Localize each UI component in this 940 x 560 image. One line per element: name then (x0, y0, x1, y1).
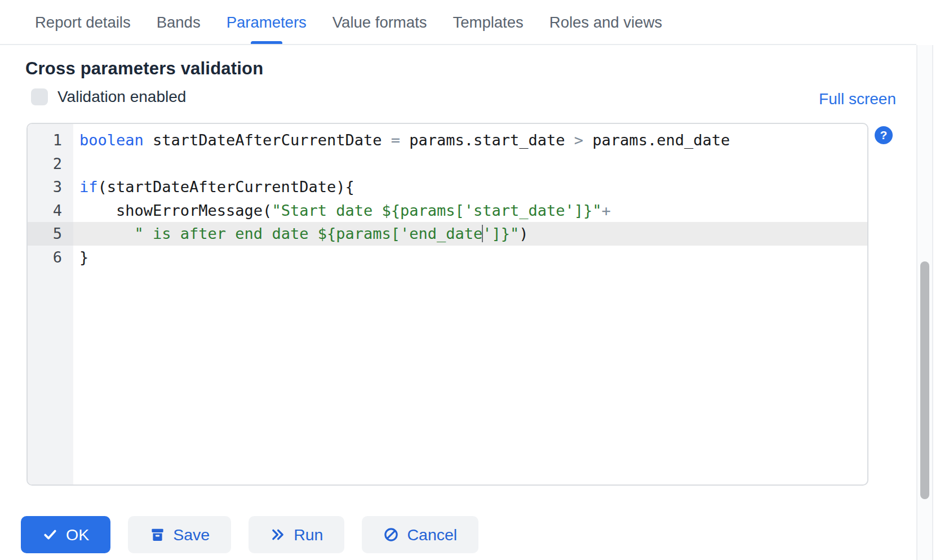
help-icon[interactable]: ? (875, 126, 893, 144)
code-text: if(startDateAfterCurrentDate){ (73, 175, 867, 199)
cancel-icon (383, 527, 399, 543)
button-label: Run (294, 526, 323, 544)
action-button-row: OKSaveRunCancel (21, 516, 478, 553)
validation-enabled-label: Validation enabled (57, 88, 186, 106)
code-text: } (73, 246, 867, 269)
tab-bar: Report detailsBandsParametersValue forma… (0, 0, 662, 45)
check-icon (42, 527, 58, 543)
validation-enabled-checkbox[interactable] (31, 88, 48, 105)
full-screen-link[interactable]: Full screen (819, 90, 896, 108)
tab-bar-divider (0, 44, 916, 45)
line-number: 3 (28, 175, 73, 199)
code-editor[interactable]: 1boolean startDateAfterCurrentDate = par… (26, 123, 868, 486)
cancel-button[interactable]: Cancel (362, 516, 478, 553)
tab-bands[interactable]: Bands (157, 0, 201, 45)
ok-button[interactable]: OK (21, 516, 110, 553)
scrollbar-thumb[interactable] (920, 261, 929, 499)
save-button[interactable]: Save (128, 516, 231, 553)
code-line-2[interactable]: 2 (28, 152, 867, 176)
code-text: boolean startDateAfterCurrentDate = para… (73, 128, 867, 152)
section-title: Cross parameters validation (25, 59, 263, 79)
line-number: 1 (28, 128, 73, 152)
code-text: showErrorMessage("Start date ${params['s… (73, 199, 867, 223)
line-number: 4 (28, 199, 73, 223)
run-button[interactable]: Run (249, 516, 344, 553)
code-text (73, 152, 867, 176)
run-icon (270, 527, 286, 543)
line-number: 2 (28, 152, 73, 176)
tab-parameters[interactable]: Parameters (227, 0, 307, 45)
code-line-4[interactable]: 4 showErrorMessage("Start date ${params[… (28, 199, 867, 223)
button-label: OK (66, 526, 89, 544)
line-number: 5 (28, 222, 73, 246)
tab-value-formats[interactable]: Value formats (332, 0, 427, 45)
tab-templates[interactable]: Templates (453, 0, 523, 45)
validation-enabled-row: Validation enabled (31, 88, 186, 106)
code-line-3[interactable]: 3if(startDateAfterCurrentDate){ (28, 175, 867, 199)
button-label: Cancel (407, 526, 457, 544)
tab-report-details[interactable]: Report details (35, 0, 131, 45)
code-line-5[interactable]: 5 " is after end date ${params['end_date… (28, 222, 867, 246)
line-number: 6 (28, 246, 73, 269)
vertical-scrollbar[interactable] (916, 45, 933, 560)
button-label: Save (173, 526, 210, 544)
save-icon (149, 527, 165, 543)
code-line-6[interactable]: 6} (28, 246, 867, 269)
code-line-1[interactable]: 1boolean startDateAfterCurrentDate = par… (28, 128, 867, 152)
code-text: " is after end date ${params['end_date']… (73, 222, 867, 246)
tab-roles-and-views[interactable]: Roles and views (549, 0, 662, 45)
